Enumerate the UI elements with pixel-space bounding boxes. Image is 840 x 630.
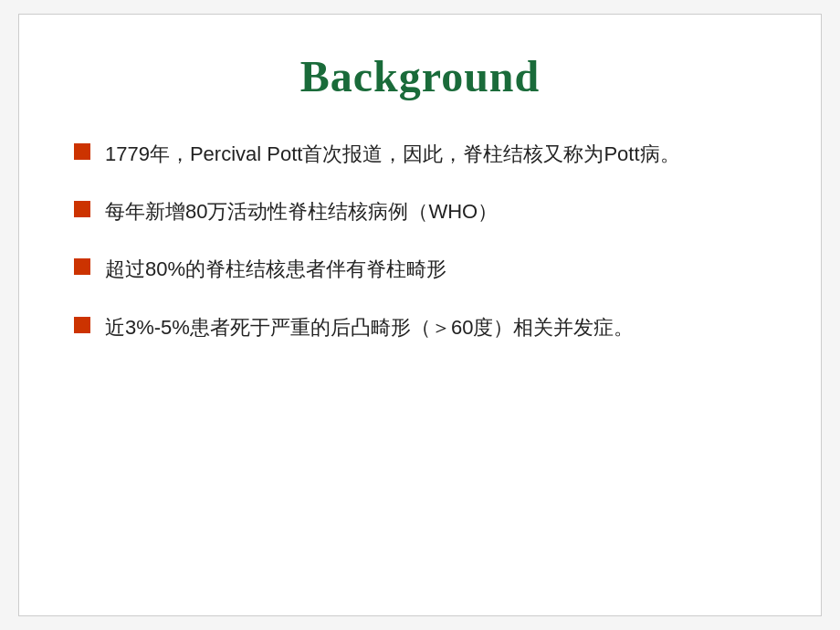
bullet-text-1: 1779年，Percival Pott首次报道，因此，脊柱结核又称为Pott病。: [105, 138, 766, 170]
bullet-text-4: 近3%-5%患者死于严重的后凸畸形（＞60度）相关并发症。: [105, 311, 766, 343]
bullet-marker-2: [74, 201, 90, 217]
bullet-marker-1: [74, 143, 90, 160]
list-item: 超过80%的脊柱结核患者伴有脊柱畸形: [74, 253, 766, 285]
bullet-list: 1779年，Percival Pott首次报道，因此，脊柱结核又称为Pott病。…: [74, 138, 766, 343]
bullet-text-2: 每年新增80万活动性脊柱结核病例（WHO）: [105, 195, 766, 227]
list-item: 每年新增80万活动性脊柱结核病例（WHO）: [74, 195, 766, 227]
slide-title: Background: [74, 51, 766, 101]
bullet-text-3: 超过80%的脊柱结核患者伴有脊柱畸形: [105, 253, 766, 285]
list-item: 1779年，Percival Pott首次报道，因此，脊柱结核又称为Pott病。: [74, 138, 766, 170]
list-item: 近3%-5%患者死于严重的后凸畸形（＞60度）相关并发症。: [74, 311, 766, 343]
bullet-marker-4: [74, 317, 90, 333]
bullet-marker-3: [74, 258, 90, 275]
slide: Background 1779年，Percival Pott首次报道，因此，脊柱…: [18, 14, 822, 616]
